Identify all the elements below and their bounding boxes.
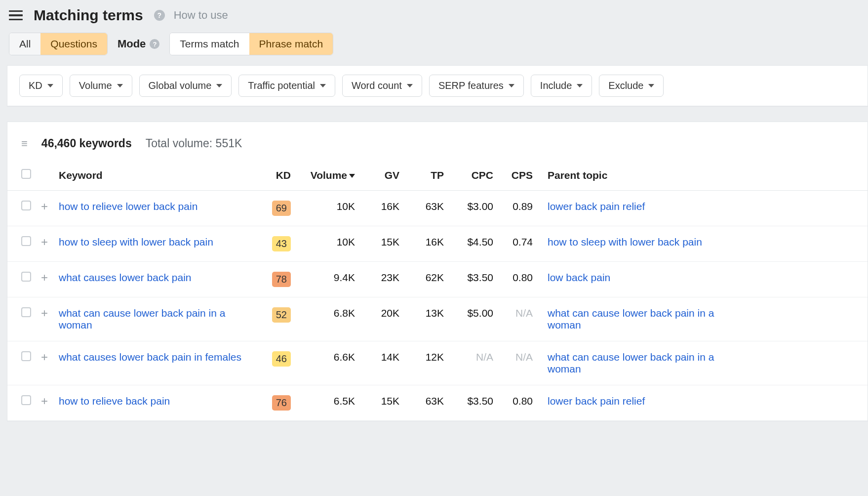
kd-badge: 78 xyxy=(272,272,291,287)
chevron-down-icon xyxy=(216,84,222,87)
cps-value: 0.89 xyxy=(513,201,533,212)
chevron-down-icon xyxy=(117,84,123,87)
cpc-value: N/A xyxy=(476,351,493,363)
table-row: +what causes lower back pain789.4K23K62K… xyxy=(7,262,868,297)
mode-label: Mode ? xyxy=(118,38,159,50)
filter-volume[interactable]: Volume xyxy=(70,75,132,97)
gv-value: 20K xyxy=(381,307,399,319)
filter-exclude[interactable]: Exclude xyxy=(599,75,664,97)
toggle-phrase-match[interactable]: Phrase match xyxy=(249,33,333,55)
gv-value: 23K xyxy=(381,272,399,283)
expand-icon[interactable]: + xyxy=(41,271,48,284)
gv-value: 14K xyxy=(381,351,399,363)
row-checkbox[interactable] xyxy=(21,307,31,317)
type-toggle: All Questions xyxy=(9,33,108,55)
keyword-link[interactable]: what can cause lower back pain in a woma… xyxy=(59,307,246,331)
table-row: +how to relieve back pain766.5K15K63K$3.… xyxy=(7,385,868,421)
expand-icon[interactable]: + xyxy=(41,200,48,213)
gv-value: 16K xyxy=(381,201,399,212)
kd-badge: 76 xyxy=(272,395,291,411)
tp-value: 16K xyxy=(426,236,444,248)
row-checkbox[interactable] xyxy=(21,236,31,246)
cps-value: 0.80 xyxy=(513,272,533,283)
volume-value: 6.6K xyxy=(334,351,355,363)
col-cpc[interactable]: CPC xyxy=(449,160,498,191)
chevron-down-icon xyxy=(320,84,326,87)
filter-word-count[interactable]: Word count xyxy=(342,75,422,97)
keywords-table: Keyword KD Volume GV TP CPC CPS Parent t… xyxy=(7,160,868,421)
toggle-questions[interactable]: Questions xyxy=(40,33,107,55)
how-to-use-link[interactable]: How to use xyxy=(174,9,228,22)
keyword-link[interactable]: how to relieve lower back pain xyxy=(59,201,197,212)
page-title: Matching terms xyxy=(34,7,143,24)
chevron-down-icon xyxy=(648,84,654,87)
toggle-terms-match[interactable]: Terms match xyxy=(170,33,249,55)
help-icon[interactable]: ? xyxy=(150,39,159,49)
cpc-value: $5.00 xyxy=(467,307,493,319)
col-parent-topic[interactable]: Parent topic xyxy=(538,160,868,191)
cpc-value: $3.50 xyxy=(467,272,493,283)
filter-global-volume[interactable]: Global volume xyxy=(139,75,232,97)
chevron-down-icon xyxy=(407,84,413,87)
filter-kd[interactable]: KD xyxy=(19,75,63,97)
cps-value: N/A xyxy=(515,307,533,319)
filter-traffic-potential[interactable]: Traffic potential xyxy=(238,75,335,97)
table-row: +how to sleep with lower back pain4310K1… xyxy=(7,226,868,262)
menu-icon[interactable] xyxy=(9,8,23,23)
chevron-down-icon xyxy=(509,84,514,87)
tp-value: 63K xyxy=(426,395,444,407)
col-kd[interactable]: KD xyxy=(261,160,296,191)
kd-badge: 69 xyxy=(272,201,291,216)
parent-topic-link[interactable]: what can cause lower back pain in a woma… xyxy=(548,351,720,375)
volume-value: 10K xyxy=(337,201,355,212)
cps-value: 0.74 xyxy=(513,236,533,248)
expand-icon[interactable]: + xyxy=(41,306,48,320)
keyword-link[interactable]: how to relieve back pain xyxy=(59,395,170,407)
volume-value: 10K xyxy=(337,236,355,248)
parent-topic-link[interactable]: how to sleep with lower back pain xyxy=(548,236,702,248)
row-checkbox[interactable] xyxy=(21,272,31,282)
col-tp[interactable]: TP xyxy=(404,160,449,191)
kd-badge: 52 xyxy=(272,307,291,323)
row-checkbox[interactable] xyxy=(21,395,31,405)
toggle-all[interactable]: All xyxy=(9,33,40,55)
keyword-link[interactable]: how to sleep with lower back pain xyxy=(59,236,213,248)
filter-serp-features[interactable]: SERP features xyxy=(429,75,524,97)
cpc-value: $4.50 xyxy=(467,236,493,248)
row-checkbox[interactable] xyxy=(21,201,31,210)
cpc-value: $3.50 xyxy=(467,395,493,407)
keyword-link[interactable]: what causes lower back pain xyxy=(59,272,191,284)
kd-badge: 46 xyxy=(272,351,291,367)
gv-value: 15K xyxy=(381,395,399,407)
volume-value: 9.4K xyxy=(334,272,355,283)
parent-topic-link[interactable]: what can cause lower back pain in a woma… xyxy=(548,307,720,331)
col-volume[interactable]: Volume xyxy=(296,160,360,191)
col-keyword[interactable]: Keyword xyxy=(54,160,261,191)
table-row: +what causes lower back pain in females4… xyxy=(7,341,868,385)
tp-value: 13K xyxy=(426,307,444,319)
list-icon[interactable]: ≡ xyxy=(21,137,28,150)
mode-toggle: Terms match Phrase match xyxy=(169,33,333,55)
cps-value: N/A xyxy=(515,351,533,363)
volume-value: 6.5K xyxy=(334,395,355,407)
parent-topic-link[interactable]: lower back pain relief xyxy=(548,395,645,407)
filter-include[interactable]: Include xyxy=(531,75,592,97)
keyword-count: 46,460 keywords xyxy=(41,137,132,150)
row-checkbox[interactable] xyxy=(21,351,31,361)
cps-value: 0.80 xyxy=(513,395,533,407)
parent-topic-link[interactable]: low back pain xyxy=(548,272,610,284)
volume-value: 6.8K xyxy=(334,307,355,319)
chevron-down-icon xyxy=(47,84,53,87)
expand-icon[interactable]: + xyxy=(41,394,48,408)
total-volume: Total volume: 551K xyxy=(146,137,242,150)
expand-icon[interactable]: + xyxy=(41,350,48,364)
expand-icon[interactable]: + xyxy=(41,235,48,248)
keyword-link[interactable]: what causes lower back pain in females xyxy=(59,351,241,363)
col-cps[interactable]: CPS xyxy=(498,160,538,191)
kd-badge: 43 xyxy=(272,236,291,251)
col-gv[interactable]: GV xyxy=(360,160,404,191)
select-all-checkbox[interactable] xyxy=(21,169,31,179)
parent-topic-link[interactable]: lower back pain relief xyxy=(548,201,645,212)
help-icon[interactable]: ? xyxy=(154,10,165,21)
cpc-value: $3.00 xyxy=(467,201,493,212)
